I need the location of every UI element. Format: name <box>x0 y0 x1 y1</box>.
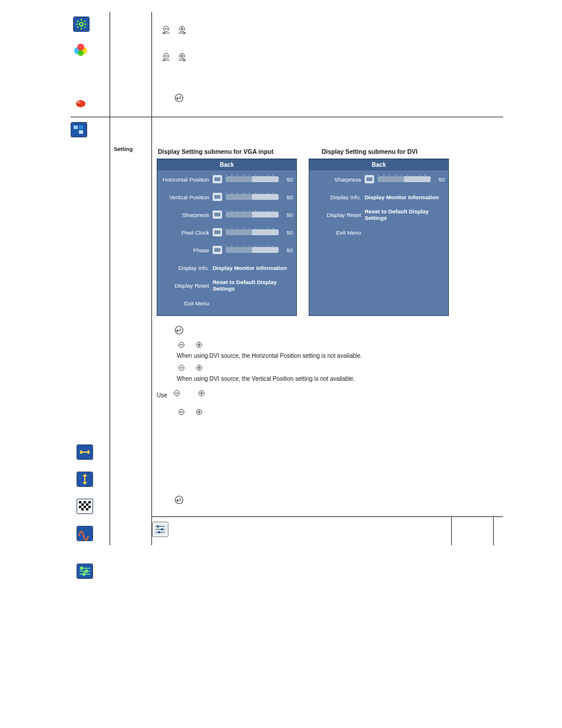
minus-icon <box>177 409 186 419</box>
svg-rect-35 <box>214 248 220 252</box>
svg-rect-22 <box>74 126 78 129</box>
svg-line-8 <box>84 21 85 22</box>
brightness-icon <box>73 17 90 32</box>
dvi-panel-header[interactable]: Back <box>309 159 448 170</box>
svg-rect-21 <box>71 123 87 137</box>
minus-icon <box>172 390 181 400</box>
vga-panel: Back Horizontal Position50Vertical Posit… <box>157 159 297 316</box>
row-label: Setting <box>114 146 133 152</box>
svg-rect-65 <box>88 506 91 508</box>
slider-value: 50 <box>282 194 293 200</box>
minus-icon <box>161 26 171 35</box>
slider-track[interactable] <box>226 176 279 182</box>
svg-rect-58 <box>79 501 81 503</box>
panel-row[interactable]: Sharpness50 <box>157 206 296 223</box>
enter-icon <box>174 495 184 505</box>
svg-rect-67 <box>86 508 88 510</box>
sharpness-icon <box>77 499 93 514</box>
minus-icon <box>161 53 171 62</box>
color-wheel-icon <box>73 42 88 57</box>
vert-note: When using DVI source, the Vertical Posi… <box>177 375 449 382</box>
panel-action-text[interactable]: Display Monitor Information <box>213 265 287 271</box>
panel-row-label: Display Info. <box>313 194 361 200</box>
svg-point-15 <box>77 101 81 104</box>
panel-row[interactable]: Display ResetReset to Default Display Se… <box>157 276 296 294</box>
vga-panel-header[interactable]: Back <box>157 159 296 170</box>
svg-rect-27 <box>214 177 220 181</box>
use-label: Use <box>157 392 167 398</box>
minus-icon <box>177 342 186 351</box>
panel-action-text[interactable]: Reset to Default Display Settings <box>213 279 293 292</box>
panel-row[interactable]: Horizontal Position50 <box>157 170 296 188</box>
slider-glyph-icon <box>365 175 374 183</box>
panel-row-label: Sharpness <box>313 176 361 183</box>
svg-rect-24 <box>74 130 78 134</box>
plus-icon <box>177 26 187 35</box>
red-blob-icon <box>73 97 88 111</box>
panel-row-label: Pixel Clock <box>161 229 209 236</box>
slider-track[interactable] <box>226 229 279 235</box>
panel-row-label: Sharpness <box>161 212 209 218</box>
slider-track[interactable] <box>378 176 431 182</box>
svg-point-14 <box>76 100 85 107</box>
svg-point-13 <box>78 50 84 56</box>
slider-value: 50 <box>282 176 293 183</box>
panel-row[interactable]: Exit Menu <box>157 294 296 312</box>
dvi-panel: Back Sharpness50Display Info.Display Mon… <box>309 159 449 316</box>
panel-row[interactable]: Display ResetReset to Default Display Se… <box>309 206 448 223</box>
horiz-pos-icon <box>77 444 93 460</box>
slider-track[interactable] <box>226 194 279 200</box>
plus-icon <box>197 390 206 400</box>
slider-glyph-icon <box>213 210 222 219</box>
slider-track[interactable] <box>226 212 279 218</box>
svg-line-9 <box>77 27 78 28</box>
svg-rect-74 <box>85 570 87 572</box>
vert-pos-icon <box>77 472 93 487</box>
svg-point-12 <box>77 44 84 51</box>
svg-point-54 <box>158 532 160 533</box>
panel-action-text[interactable]: Display Monitor Information <box>365 194 439 200</box>
panel-row-label: Display Info. <box>161 265 209 271</box>
svg-rect-23 <box>79 126 83 129</box>
svg-point-47 <box>176 496 183 504</box>
svg-rect-60 <box>88 501 91 503</box>
plus-icon <box>194 342 204 351</box>
plus-icon <box>194 409 204 419</box>
dvi-subtitle: Display Setting submenu for DVI <box>322 148 418 155</box>
panel-action-text[interactable]: Reset to Default Display Settings <box>365 208 445 221</box>
slider-value: 50 <box>282 212 293 218</box>
panel-row[interactable]: Phase50 <box>157 241 296 259</box>
svg-line-6 <box>77 21 78 22</box>
svg-point-53 <box>161 529 163 531</box>
svg-point-52 <box>157 526 159 528</box>
slider-value: 50 <box>282 247 293 253</box>
panel-row[interactable]: Display Info.Display Monitor Information <box>309 188 448 206</box>
svg-rect-66 <box>81 508 84 510</box>
panel-row[interactable]: Pixel Clock50 <box>157 223 296 241</box>
panel-row[interactable]: Vertical Position50 <box>157 188 296 206</box>
panel-row-label: Exit Menu <box>313 229 361 236</box>
svg-rect-61 <box>81 503 84 506</box>
svg-rect-33 <box>214 230 220 234</box>
svg-rect-31 <box>214 213 220 216</box>
svg-rect-25 <box>79 130 83 134</box>
display-setting-icon <box>71 122 87 137</box>
svg-rect-75 <box>83 573 85 575</box>
phase-icon <box>77 564 93 579</box>
panel-row-label: Horizontal Position <box>161 176 209 183</box>
svg-rect-64 <box>84 506 86 508</box>
slider-glyph-icon <box>213 193 222 201</box>
horiz-note: When using DVI source, the Horizontal Po… <box>177 353 449 359</box>
svg-rect-59 <box>84 501 86 503</box>
panel-row-label: Vertical Position <box>161 194 209 200</box>
slider-track[interactable] <box>226 247 279 253</box>
panel-row-label: Display Reset <box>161 282 209 289</box>
pixel-clock-icon <box>77 526 93 541</box>
panel-row[interactable]: Sharpness50 <box>309 170 448 188</box>
panel-row-label: Display Reset <box>313 212 361 218</box>
svg-rect-37 <box>366 177 372 181</box>
panel-row-label: Exit Menu <box>161 300 209 307</box>
svg-rect-63 <box>79 506 81 508</box>
panel-row[interactable]: Display Info.Display Monitor Information <box>157 259 296 276</box>
panel-row[interactable]: Exit Menu <box>309 223 448 241</box>
